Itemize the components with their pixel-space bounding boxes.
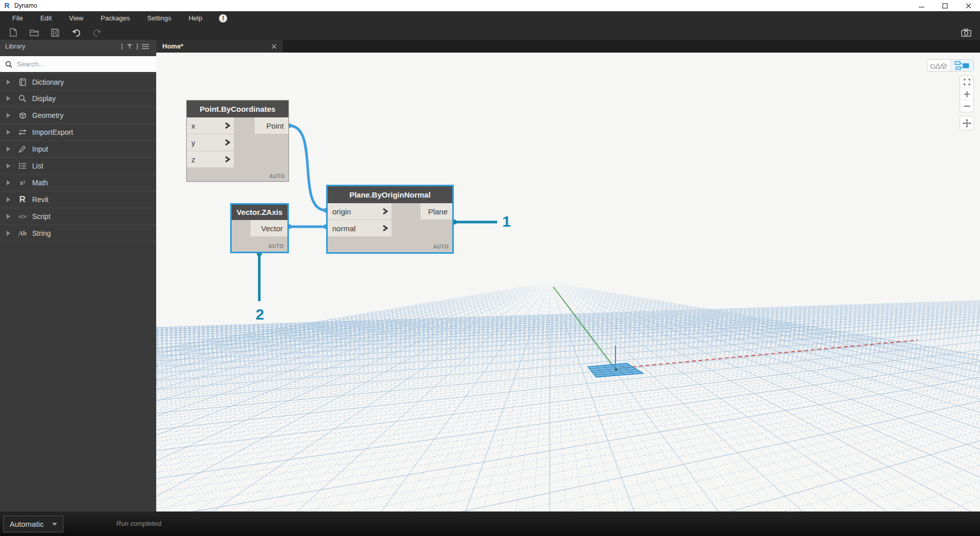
close-button[interactable] bbox=[957, 0, 980, 11]
expand-caret-icon[interactable] bbox=[7, 113, 10, 118]
sidebar-item-math[interactable]: x² Math bbox=[0, 175, 156, 191]
app-logo-icon: R bbox=[3, 2, 11, 10]
chevron-right-icon bbox=[382, 225, 388, 232]
node-title[interactable]: Plane.ByOriginNormal bbox=[328, 186, 452, 203]
sidebar-item-revit[interactable]: R Revit bbox=[0, 191, 156, 208]
expand-caret-icon[interactable] bbox=[7, 214, 10, 219]
run-mode-value: Automatic bbox=[10, 520, 44, 528]
graph-view-toggle[interactable] bbox=[950, 60, 974, 71]
filter-icon[interactable] bbox=[127, 43, 133, 50]
expand-caret-icon[interactable] bbox=[7, 163, 10, 168]
sidebar-item-display[interactable]: Display bbox=[0, 90, 156, 107]
tab-label: Home* bbox=[162, 42, 183, 50]
input-port-x[interactable]: x bbox=[187, 117, 234, 134]
close-icon bbox=[966, 3, 971, 9]
pencil-icon bbox=[17, 145, 28, 153]
close-icon bbox=[272, 44, 277, 49]
input-port-y[interactable]: y bbox=[187, 134, 234, 151]
ab-icon: Ab bbox=[17, 229, 28, 237]
chevron-right-icon bbox=[224, 156, 230, 163]
notifications-icon[interactable]: ! bbox=[219, 14, 227, 22]
minimize-button[interactable] bbox=[910, 0, 933, 11]
menu-edit[interactable]: Edit bbox=[32, 11, 60, 25]
search-input[interactable] bbox=[17, 60, 144, 68]
search-icon bbox=[5, 61, 12, 68]
input-port-z[interactable]: z bbox=[187, 151, 234, 167]
expand-caret-icon[interactable] bbox=[7, 96, 10, 101]
sidebar-item-input[interactable]: Input bbox=[0, 141, 156, 158]
sidebar-item-geometry[interactable]: Geometry bbox=[0, 107, 156, 124]
sidebar-item-importexport[interactable]: ImportExport bbox=[0, 124, 156, 141]
expand-caret-icon[interactable] bbox=[7, 180, 10, 185]
undo-button[interactable] bbox=[69, 26, 83, 39]
new-file-icon bbox=[9, 28, 17, 37]
library-search[interactable] bbox=[0, 56, 156, 72]
zoom-out-button[interactable] bbox=[960, 100, 973, 112]
tab-bar: Home* bbox=[156, 40, 980, 53]
maximize-button[interactable] bbox=[933, 0, 957, 11]
pan-button[interactable] bbox=[960, 116, 974, 130]
camera-icon bbox=[961, 29, 971, 37]
maximize-icon bbox=[942, 3, 948, 9]
menu-file[interactable]: File bbox=[4, 11, 32, 25]
output-port-point[interactable]: Point bbox=[255, 117, 288, 134]
graph-canvas[interactable]: Point.ByCoordinates x y z Point AUTO bbox=[156, 53, 980, 511]
zoom-in-button[interactable] bbox=[960, 88, 973, 100]
run-mode-dropdown[interactable]: Automatic bbox=[3, 516, 63, 532]
sidebar-item-dictionary[interactable]: Dictionary bbox=[0, 74, 156, 90]
geometry-shapes-icon bbox=[930, 62, 947, 69]
sidebar-item-list[interactable]: List bbox=[0, 158, 156, 175]
undo-icon bbox=[71, 29, 81, 37]
chevron-down-icon bbox=[52, 523, 57, 526]
swap-arrows-icon bbox=[17, 129, 28, 136]
node-vector-zaxis[interactable]: Vector.ZAxis Vector AUTO bbox=[230, 203, 289, 253]
fit-view-button[interactable] bbox=[960, 76, 973, 88]
library-title: Library bbox=[5, 42, 26, 50]
library-list: Dictionary Display Geometry ImportExport bbox=[0, 74, 156, 242]
input-port-origin[interactable]: origin bbox=[328, 203, 391, 220]
title-bar: R Dynamo bbox=[0, 0, 980, 11]
redo-button[interactable] bbox=[90, 26, 104, 39]
node-title[interactable]: Point.ByCoordinates bbox=[187, 101, 288, 117]
annotation-label-2: 2 bbox=[252, 306, 267, 323]
open-button[interactable] bbox=[28, 26, 41, 39]
menu-view[interactable]: View bbox=[60, 11, 92, 25]
node-point-bycoordinates[interactable]: Point.ByCoordinates x y z Point AUTO bbox=[186, 100, 289, 182]
node-plane-byoriginnormal[interactable]: Plane.ByOriginNormal origin normal Plane… bbox=[326, 185, 454, 254]
save-button[interactable] bbox=[48, 26, 62, 39]
menu-settings[interactable]: Settings bbox=[138, 11, 180, 25]
new-file-button[interactable] bbox=[7, 26, 20, 39]
expand-caret-icon[interactable] bbox=[7, 80, 10, 85]
tab-close-button[interactable] bbox=[271, 43, 277, 50]
sidebar-item-script[interactable]: </> Script bbox=[0, 208, 156, 225]
lacing-badge: AUTO bbox=[270, 174, 285, 179]
expand-caret-icon[interactable] bbox=[7, 147, 10, 152]
expand-caret-icon[interactable] bbox=[7, 130, 10, 135]
output-port-plane[interactable]: Plane bbox=[421, 203, 452, 220]
revit-icon: R bbox=[17, 194, 28, 205]
fit-view-icon bbox=[964, 79, 970, 85]
minus-icon bbox=[964, 105, 970, 107]
dynamo-window: R Dynamo File Edit View Packages Setting… bbox=[0, 0, 980, 536]
chevron-right-icon bbox=[224, 122, 230, 129]
open-folder-icon bbox=[30, 29, 39, 37]
cube-icon bbox=[17, 111, 28, 120]
expand-caret-icon[interactable] bbox=[7, 231, 10, 236]
library-menu-icon[interactable] bbox=[142, 43, 149, 50]
chevron-right-icon bbox=[224, 139, 230, 146]
menu-bar: File Edit View Packages Settings Help ! bbox=[0, 11, 980, 25]
annotation-label-1: 1 bbox=[502, 213, 511, 230]
library-header: Library bbox=[0, 40, 156, 53]
menu-packages[interactable]: Packages bbox=[92, 11, 138, 25]
sidebar-item-string[interactable]: Ab String bbox=[0, 225, 156, 242]
menu-help[interactable]: Help bbox=[180, 11, 211, 25]
tab-home[interactable]: Home* bbox=[156, 40, 283, 53]
geometry-view-toggle[interactable] bbox=[927, 60, 950, 71]
export-image-button[interactable] bbox=[960, 27, 973, 39]
expand-caret-icon[interactable] bbox=[7, 197, 10, 202]
lacing-badge: AUTO bbox=[433, 244, 449, 250]
input-port-normal[interactable]: normal bbox=[328, 220, 391, 236]
window-title: Dynamo bbox=[14, 2, 37, 9]
node-title[interactable]: Vector.ZAxis bbox=[232, 205, 287, 220]
output-port-vector[interactable]: Vector bbox=[251, 220, 287, 236]
